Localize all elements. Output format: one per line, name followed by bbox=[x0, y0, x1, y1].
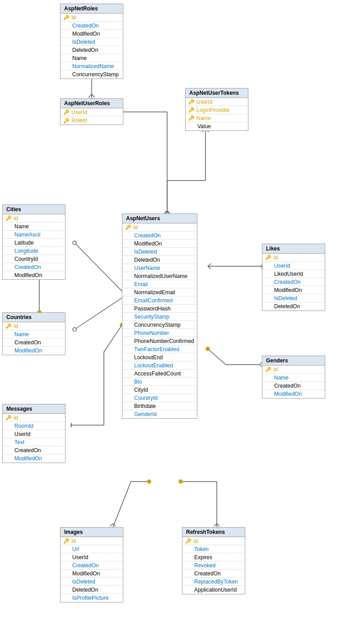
field-row: PasswordHash bbox=[122, 305, 197, 313]
field-row: ModifiedOn bbox=[262, 286, 325, 294]
svg-line-33 bbox=[104, 325, 122, 352]
field-name: LoginProvider bbox=[196, 107, 230, 113]
entity-body-countries: 🔑 IdNameCreatedOnModifiedOn bbox=[3, 322, 65, 355]
field-name: CityId bbox=[134, 387, 148, 393]
entity-header-images: Images bbox=[61, 528, 123, 537]
field-row: IsDeleted bbox=[61, 38, 123, 46]
field-name: DeletedOn bbox=[134, 257, 160, 263]
field-name: CreatedOn bbox=[134, 232, 161, 239]
field-name: ModifiedOn bbox=[14, 455, 42, 462]
field-row: 🔑 Id bbox=[262, 254, 325, 262]
field-name: IsDeleted bbox=[274, 295, 297, 301]
field-name: RoleId bbox=[71, 117, 87, 124]
field-row: Name bbox=[3, 330, 65, 338]
field-row: NameAscii bbox=[3, 231, 65, 239]
field-name: UserId bbox=[196, 99, 212, 105]
field-name: Longitude bbox=[14, 248, 38, 254]
svg-line-2 bbox=[89, 94, 92, 97]
field-row: GenderId bbox=[122, 410, 197, 418]
field-row: Email bbox=[122, 280, 197, 288]
field-name: Id bbox=[14, 415, 18, 421]
svg-line-45 bbox=[217, 524, 220, 526]
field-row: ModifiedOn bbox=[61, 30, 123, 38]
pk-icon: 🔑 bbox=[5, 323, 12, 329]
field-row: 🔑 Id bbox=[3, 414, 65, 422]
field-row: Url bbox=[61, 545, 123, 553]
field-name: UserId bbox=[71, 109, 87, 116]
field-row: EmailConfirmed bbox=[122, 297, 197, 305]
field-row: LockoutEnabled bbox=[122, 361, 197, 370]
svg-point-16 bbox=[73, 241, 76, 245]
field-row: CreatedOn bbox=[61, 561, 123, 570]
diagram-canvas: AspNetRoles🔑 IdCreatedOnModifiedOnIsDele… bbox=[0, 0, 341, 644]
field-name: Text bbox=[14, 439, 24, 445]
field-name: CreatedOn bbox=[72, 562, 99, 569]
entity-body-aspnetroles: 🔑 IdCreatedOnModifiedOnIsDeletedDeletedO… bbox=[61, 14, 123, 79]
field-name: CreatedOn bbox=[274, 279, 301, 285]
field-name: PhoneNumber bbox=[134, 330, 169, 336]
pk-icon: 🔑 bbox=[188, 115, 195, 121]
entity-header-likes: Likes bbox=[262, 244, 325, 254]
field-row: PhoneNumberConfirmed bbox=[122, 337, 197, 345]
field-name: IsDeleted bbox=[134, 249, 157, 255]
entity-header-messages: Messages bbox=[3, 404, 65, 414]
field-row: CreatedOn bbox=[182, 570, 245, 578]
field-row: LikedUserId bbox=[262, 270, 325, 278]
field-name: UserId bbox=[14, 431, 30, 437]
pk-icon: 🔑 bbox=[63, 538, 70, 544]
field-name: ModifiedOn bbox=[274, 391, 302, 397]
entity-aspnetuserroles: AspNetUserRoles🔑 UserId🔑 RoleId bbox=[60, 98, 123, 125]
field-row: ModifiedOn bbox=[122, 240, 197, 248]
svg-line-24 bbox=[208, 266, 211, 269]
pk-icon: 🔑 bbox=[63, 14, 70, 20]
field-name: CreatedOn bbox=[14, 264, 41, 270]
field-name: RoomId bbox=[14, 423, 33, 429]
field-name: Name bbox=[72, 55, 87, 61]
field-row: Text bbox=[3, 438, 65, 446]
entity-header-countries: Countries bbox=[3, 313, 65, 322]
field-name: PhoneNumberConfirmed bbox=[134, 338, 194, 344]
field-row: Name bbox=[3, 222, 65, 231]
field-name: PasswordHash bbox=[134, 306, 171, 312]
field-name: UserId bbox=[72, 554, 88, 561]
svg-line-44 bbox=[214, 524, 217, 526]
field-row: IsDeleted bbox=[122, 248, 197, 256]
field-name: Name bbox=[14, 223, 29, 230]
field-name: Email bbox=[134, 281, 148, 287]
field-name: Id bbox=[14, 323, 18, 329]
field-name: SecurityStamp bbox=[134, 314, 169, 320]
field-name: DeletedOn bbox=[274, 303, 300, 310]
field-row: 🔑 Id bbox=[262, 366, 325, 374]
field-row: 🔑 Id bbox=[182, 537, 245, 545]
field-row: DeletedOn bbox=[61, 46, 123, 54]
field-name: Id bbox=[193, 538, 198, 544]
field-row: Revoked bbox=[182, 561, 245, 570]
pk-icon: 🔑 bbox=[125, 224, 131, 230]
svg-line-20 bbox=[75, 298, 122, 329]
entity-images: Images🔑 IdUrlUserIdCreatedOnModifiedOnIs… bbox=[60, 527, 123, 602]
field-row: NormalizedName bbox=[61, 62, 123, 70]
field-name: LockoutEnd bbox=[134, 354, 163, 361]
field-row: CreatedOn bbox=[3, 446, 65, 454]
pk-icon: 🔑 bbox=[185, 538, 192, 544]
pk-icon: 🔑 bbox=[5, 215, 12, 221]
field-name: Name bbox=[14, 331, 29, 338]
field-row: IsProfilePicture bbox=[61, 594, 123, 602]
field-row: CreatedOn bbox=[3, 338, 65, 347]
entity-header-cities: Cities bbox=[3, 205, 65, 214]
field-row: UserId bbox=[262, 262, 325, 270]
entity-cities: Cities🔑 IdNameNameAsciiLatitudeLongitude… bbox=[2, 204, 65, 280]
field-row: 🔑 Name bbox=[186, 114, 248, 122]
entity-countries: Countries🔑 IdNameCreatedOnModifiedOn bbox=[2, 312, 65, 355]
svg-line-23 bbox=[208, 264, 211, 266]
field-name: CreatedOn bbox=[194, 570, 221, 577]
field-name: Id bbox=[71, 14, 76, 21]
field-row: CreatedOn bbox=[262, 382, 325, 390]
field-row: ModifiedOn bbox=[262, 390, 325, 398]
field-name: ModifiedOn bbox=[72, 31, 100, 37]
field-name: CountryId bbox=[14, 256, 38, 262]
field-name: IsDeleted bbox=[72, 579, 95, 585]
pk-icon: 🔑 bbox=[188, 99, 195, 105]
field-name: IsProfilePicture bbox=[72, 595, 109, 601]
field-row: ModifiedOn bbox=[3, 271, 65, 279]
